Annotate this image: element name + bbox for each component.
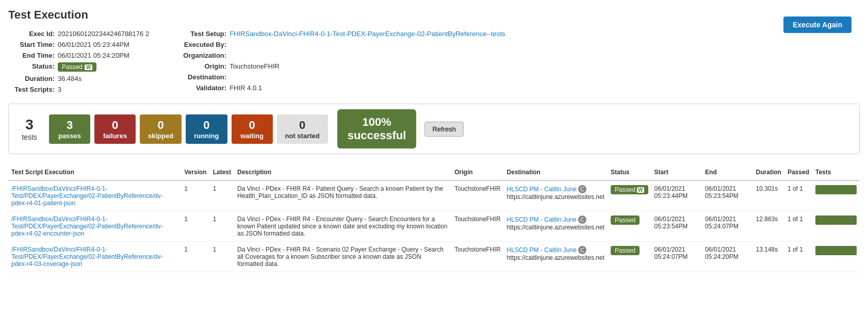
running-num: 0 (203, 119, 209, 132)
total-label: tests (22, 133, 37, 141)
end-time-label: End Time: (8, 52, 55, 59)
cell-tests (812, 180, 860, 211)
cell-end: 06/01/2021 05:24:20PM (702, 242, 753, 272)
executed-by-label: Executed By: (170, 41, 226, 48)
waiting-box[interactable]: 0 waiting (232, 114, 273, 144)
cell-duration: 13.148s (753, 242, 784, 272)
col-passed: Passed (784, 164, 812, 180)
status-passed-text: Passed (62, 63, 83, 71)
destination-link[interactable]: HLSCD PM - Caitlin JuneC (507, 216, 586, 223)
cell-tests (812, 211, 860, 242)
cell-destination: HLSCD PM - Caitlin JuneChttps://caitlinj… (504, 180, 608, 211)
col-duration: Duration (753, 164, 784, 180)
start-time-label: Start Time: (8, 41, 55, 48)
running-box[interactable]: 0 running (186, 114, 227, 144)
cell-description: Da Vinci - PDex - FHIR R4 - Encounter Qu… (234, 211, 451, 242)
validator-label: Validator: (170, 84, 226, 92)
cell-latest: 1 (210, 242, 234, 272)
col-origin: Origin (451, 164, 503, 180)
refresh-button[interactable]: Refresh (424, 122, 464, 137)
progress-bar (815, 185, 857, 194)
cell-latest: 1 (210, 180, 234, 211)
script-link[interactable]: /FHIRSandbox/DaVinci/FHIR4-0-1-Test/PDEX… (11, 185, 162, 207)
cell-duration: 10.301s (753, 180, 784, 211)
cell-end: 06/01/2021 05:23:54PM (702, 180, 753, 211)
script-link[interactable]: /FHIRSandbox/DaVinci/FHIR4-0-1-Test/PDEX… (11, 215, 162, 237)
waiting-label: waiting (240, 132, 264, 140)
col-latest: Latest (210, 164, 234, 180)
col-status: Status (608, 164, 651, 180)
validator-value: FHIR 4.0.1 (230, 84, 262, 92)
cell-latest: 1 (210, 211, 234, 242)
status-badge: Passed (611, 215, 640, 225)
cell-passed: 1 of 1 (784, 180, 812, 211)
cell-passed: 1 of 1 (784, 242, 812, 272)
cell-script: /FHIRSandbox/DaVinci/FHIR4-0-1-Test/PDEX… (8, 242, 181, 272)
failures-label: failures (103, 132, 127, 140)
c-badge-icon: C (578, 215, 586, 224)
status-badge: Passed (611, 246, 640, 255)
cell-passed: 1 of 1 (784, 211, 812, 242)
destination-link[interactable]: HLSCD PM - Caitlin JuneC (507, 186, 586, 193)
destination-link[interactable]: HLSCD PM - Caitlin JuneC (507, 246, 586, 254)
not-started-box[interactable]: 0 not started (277, 114, 328, 144)
test-scripts-table: Test Script Execution Version Latest Des… (8, 164, 860, 272)
cell-destination: HLSCD PM - Caitlin JuneChttps://caitlinj… (504, 211, 608, 242)
test-setup-link[interactable]: FHIRSandbox-DaVinci-FHIR4-0-1-Test-PDEX-… (230, 30, 505, 38)
origin-value: TouchstoneFHIR (230, 62, 280, 70)
cell-start: 06/01/2021 05:24:07PM (651, 242, 702, 272)
col-start: Start (651, 164, 702, 180)
cell-origin: TouchstoneFHIR (451, 211, 503, 242)
exec-id-label: Exec Id: (8, 30, 55, 38)
col-script: Test Script Execution (8, 164, 181, 180)
destination-url: https://caitlinjune.azurewebsites.net (507, 193, 604, 201)
cell-version: 1 (181, 180, 209, 211)
script-link[interactable]: /FHIRSandbox/DaVinci/FHIR4-0-1-Test/PDEX… (11, 246, 162, 268)
cell-version: 1 (181, 211, 209, 242)
success-percent: 100% (348, 115, 406, 129)
table-row: /FHIRSandbox/DaVinci/FHIR4-0-1-Test/PDEX… (8, 180, 860, 211)
organization-label: Organization: (170, 52, 226, 59)
cell-origin: TouchstoneFHIR (451, 180, 503, 211)
test-scripts-value: 3 (58, 86, 61, 93)
running-label: running (194, 132, 219, 140)
passes-label: passes (58, 132, 81, 140)
table-header-row: Test Script Execution Version Latest Des… (8, 164, 860, 180)
progress-bar (815, 246, 857, 255)
failures-num: 0 (112, 119, 118, 132)
skipped-box[interactable]: 0 skipped (140, 114, 182, 144)
cell-start: 06/01/2021 05:23:54PM (651, 211, 702, 242)
c-badge-icon: C (578, 185, 586, 193)
passes-box[interactable]: 3 passes (49, 114, 90, 144)
cell-status: Passed W (608, 180, 651, 211)
status-w-badge: W (85, 64, 92, 70)
cell-script: /FHIRSandbox/DaVinci/FHIR4-0-1-Test/PDEX… (8, 211, 181, 242)
test-scripts-label: Test Scripts: (8, 86, 55, 93)
status-badge: Passed W (611, 185, 648, 194)
summary-bar: 3 tests 3 passes 0 failures 0 skipped 0 … (8, 104, 860, 154)
cell-origin: TouchstoneFHIR (451, 242, 503, 272)
summary-total: 3 tests (14, 117, 45, 141)
cell-status: Passed (608, 211, 651, 242)
cell-start: 06/01/2021 05:23:44PM (651, 180, 702, 211)
skipped-label: skipped (148, 132, 173, 140)
col-end: End (702, 164, 753, 180)
not-started-label: not started (285, 132, 320, 140)
col-destination: Destination (504, 164, 608, 180)
cell-version: 1 (181, 242, 209, 272)
destination-label: Destination: (170, 73, 226, 81)
origin-label: Origin: (170, 62, 226, 70)
col-description: Description (234, 164, 451, 180)
failures-box[interactable]: 0 failures (94, 114, 136, 144)
test-setup-label: Test Setup: (170, 30, 226, 38)
status-badge: Passed W (58, 62, 96, 72)
table-row: /FHIRSandbox/DaVinci/FHIR4-0-1-Test/PDEX… (8, 242, 860, 272)
not-started-num: 0 (299, 119, 305, 132)
cell-description: Da Vinci - PDex - FHIR R4 - Patient Quer… (234, 180, 451, 211)
execute-again-button[interactable]: Execute Again (783, 16, 851, 33)
duration-value: 36.484s (58, 75, 81, 82)
success-block: 100% successful (337, 109, 417, 148)
status-label: Status: (8, 62, 55, 72)
skipped-num: 0 (157, 119, 163, 132)
cell-tests (812, 242, 860, 272)
